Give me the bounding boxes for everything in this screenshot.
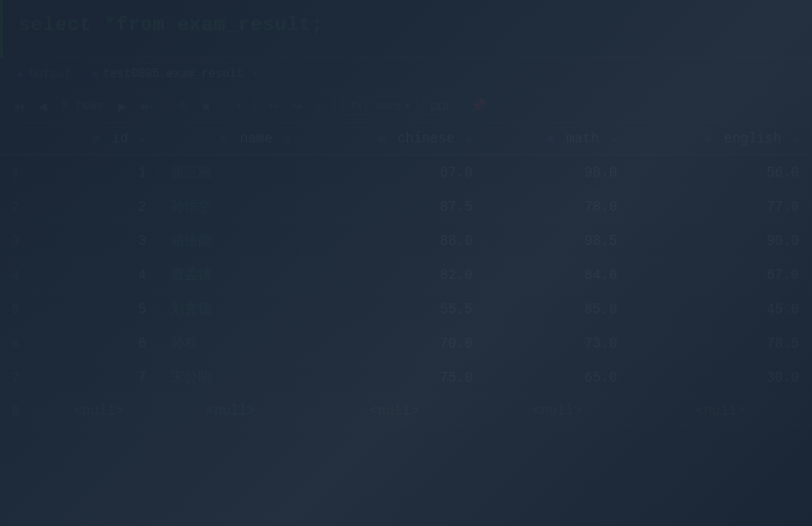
main-container: select *from exam_result; ▶ Output ⊞ tes… (0, 0, 812, 526)
background-overlay (0, 0, 812, 526)
